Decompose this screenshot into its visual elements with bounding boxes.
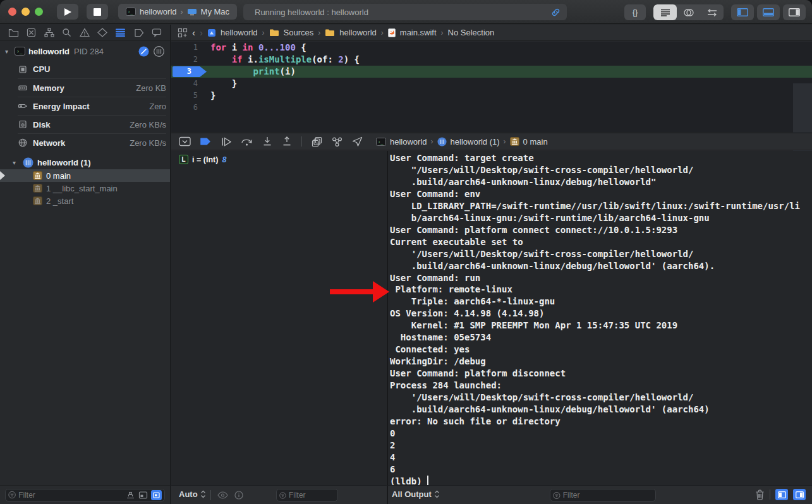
code-line[interactable]: 6 <box>171 102 812 114</box>
console-view[interactable]: User Command: target create "/Users/will… <box>387 151 812 485</box>
hide-debug-area-icon[interactable] <box>179 136 191 147</box>
library-button[interactable]: {} <box>624 4 646 20</box>
console-filter-input[interactable] <box>561 491 655 500</box>
filter-crashed-icon[interactable] <box>151 490 162 500</box>
report-navigator-tab[interactable] <box>152 28 162 37</box>
source-control-tab[interactable] <box>27 28 36 37</box>
info-icon[interactable] <box>234 491 243 500</box>
debug-memory-graph-icon[interactable] <box>332 136 342 147</box>
gauge-row-disk[interactable]: Disk Zero KB/s <box>18 115 166 133</box>
line-number[interactable]: 5 <box>171 90 202 102</box>
toolbar: ›_ helloworld › My Mac Running helloworl… <box>0 0 812 24</box>
version-editor-button[interactable] <box>700 4 724 20</box>
activity-status-bar[interactable]: Running helloworld : helloworld <box>243 4 567 20</box>
gauge-row-cpu[interactable]: CPU <box>18 60 166 78</box>
variables-filter-input[interactable] <box>286 491 337 500</box>
gauge-label: Memory <box>33 83 131 93</box>
svg-text:›_: ›_ <box>378 140 384 145</box>
toggle-debug-area-button[interactable] <box>757 4 780 20</box>
jump-bar-item[interactable]: Sources <box>284 28 314 37</box>
output-scope-label: All Output <box>392 489 432 499</box>
issue-navigator-tab[interactable] <box>80 28 90 37</box>
back-button[interactable]: ‹ <box>192 27 195 38</box>
svg-text:›_: ›_ <box>16 49 23 54</box>
breakpoint-marker[interactable]: 3 <box>171 66 202 78</box>
variables-view[interactable]: L i = (Int) 8 <box>171 151 387 485</box>
line-number[interactable]: 6 <box>171 102 202 114</box>
stop-button[interactable] <box>87 4 108 20</box>
clear-console-trash-icon[interactable] <box>755 489 765 500</box>
thread-row[interactable]: ▾ helloworld (1) <box>0 155 170 169</box>
thread-icon <box>23 157 33 168</box>
pause-gauge-icon[interactable] <box>138 45 150 57</box>
code-line[interactable]: 3 print(i) <box>171 66 812 78</box>
assistant-editor-button[interactable] <box>677 4 700 20</box>
toggle-variables-view-button[interactable] <box>775 489 788 500</box>
process-row[interactable]: ▾ ›_ helloworld PID 284 <box>0 41 170 60</box>
step-into-icon[interactable] <box>262 136 272 147</box>
jump-bar-item[interactable]: main.swift <box>400 28 437 37</box>
chevron-updown-icon <box>200 490 206 498</box>
related-items-icon[interactable] <box>178 28 188 38</box>
toggle-inspectors-button[interactable] <box>783 4 806 20</box>
variable-row[interactable]: L i = (Int) 8 <box>171 151 387 164</box>
variables-filter-field[interactable] <box>276 489 338 501</box>
close-window-button[interactable] <box>8 8 16 16</box>
minimize-window-button[interactable] <box>21 8 30 16</box>
debug-navigator-tab[interactable] <box>115 28 126 37</box>
toggle-navigator-button[interactable] <box>731 4 754 20</box>
line-number[interactable]: 1 <box>171 42 202 54</box>
thread-name: helloworld (1) <box>37 158 91 167</box>
code-line[interactable]: 2 if i.isMultiple(of: 2) { <box>171 54 812 66</box>
disclosure-triangle[interactable]: ▾ <box>5 48 11 55</box>
toggle-console-view-button[interactable] <box>793 489 806 500</box>
source-editor[interactable]: 1for i in 0...100 {2 if i.isMultiple(of:… <box>171 42 812 132</box>
flatten-recents-icon[interactable] <box>126 491 135 500</box>
symbol-navigator-tab[interactable] <box>44 28 54 37</box>
simulate-location-icon[interactable] <box>352 136 363 147</box>
test-navigator-tab[interactable] <box>97 28 107 37</box>
breakpoint-navigator-tab[interactable] <box>134 28 144 37</box>
stack-frame-row[interactable]: 1 __libc_start_main <box>0 182 170 195</box>
jump-bar-item[interactable]: helloworld <box>339 28 377 37</box>
console-output-selector[interactable]: All Output <box>392 489 440 499</box>
current-frame-pointer-icon <box>0 171 5 180</box>
project-navigator-tab[interactable] <box>8 28 19 37</box>
zoom-window-button[interactable] <box>35 8 43 16</box>
console-filter-field[interactable] <box>550 489 656 501</box>
threads-view-icon[interactable] <box>153 45 165 57</box>
step-over-icon[interactable] <box>241 136 253 147</box>
step-out-icon[interactable] <box>282 136 292 147</box>
code-line[interactable]: 4 } <box>171 78 812 90</box>
gauge-row-energy[interactable]: Energy Impact Zero <box>18 97 166 115</box>
line-number[interactable]: 2 <box>171 54 202 66</box>
show-paused-icon[interactable] <box>138 491 148 500</box>
local-variable-icon: L <box>179 155 188 164</box>
console-output[interactable]: User Command: target create "/Users/will… <box>390 152 800 488</box>
jump-bar-item[interactable]: No Selection <box>448 28 495 37</box>
quicklook-eye-icon[interactable] <box>217 491 228 499</box>
continue-icon[interactable] <box>221 137 231 147</box>
variable-type: (Int) <box>203 155 219 164</box>
standard-editor-button[interactable] <box>653 4 677 20</box>
gauge-row-memory[interactable]: Memory Zero KB <box>18 78 166 97</box>
variable-scope-selector[interactable]: Auto <box>179 489 206 499</box>
code-line[interactable]: 1for i in 0...100 { <box>171 42 812 54</box>
scheme-selector[interactable]: ›_ helloworld › My Mac <box>118 4 237 20</box>
line-number[interactable]: 4 <box>171 78 202 90</box>
breadcrumb-frame[interactable]: 0 main <box>523 137 548 147</box>
code-line[interactable]: 5} <box>171 90 812 102</box>
breadcrumb-process[interactable]: helloworld <box>390 137 427 147</box>
stack-frame-row[interactable]: 2 _start <box>0 195 170 207</box>
navigator-filter-field[interactable] <box>5 489 165 501</box>
stack-frame-row[interactable]: 0 main <box>0 169 170 182</box>
run-button[interactable] <box>57 4 78 20</box>
forward-button[interactable]: › <box>200 27 203 38</box>
find-navigator-tab[interactable] <box>62 28 71 37</box>
disclosure-triangle[interactable]: ▾ <box>13 159 19 166</box>
jump-bar-item[interactable]: helloworld <box>221 28 258 37</box>
gauge-row-network[interactable]: Network Zero KB/s <box>18 133 166 152</box>
breadcrumb-thread[interactable]: helloworld (1) <box>451 137 500 147</box>
debug-view-hierarchy-icon[interactable] <box>312 136 322 147</box>
breakpoints-toggle-icon[interactable] <box>200 137 211 146</box>
